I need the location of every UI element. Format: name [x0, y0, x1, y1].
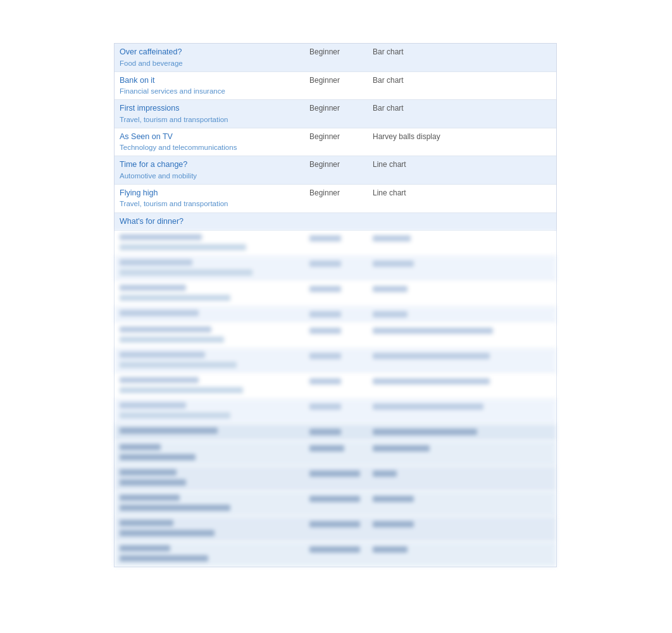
row-title-col [115, 517, 304, 541]
row-title-col: What's for dinner? [115, 213, 304, 231]
table-row[interactable]: First impressions Travel, tourism and tr… [115, 100, 556, 128]
row-title-col: Flying high Travel, tourism and transpor… [115, 185, 304, 212]
row-level-col [304, 213, 368, 231]
table-row-blurred [115, 256, 556, 281]
row-title-col: Bank on it Financial services and insura… [115, 72, 304, 100]
row-chart-col: Line chart [368, 156, 556, 184]
row-title-col [115, 542, 304, 567]
row-level: Beginner [309, 76, 340, 85]
row-level: Beginner [309, 104, 340, 113]
row-chart-col: Bar chart [368, 72, 556, 100]
table-row-blurred [115, 491, 556, 517]
row-level-col: Beginner [304, 44, 368, 71]
row-chart-col: Harvey balls display [368, 128, 556, 156]
row-chart: Harvey balls display [373, 132, 440, 141]
row-title-col: Over caffeinated? Food and beverage [115, 44, 304, 71]
row-main-title[interactable]: Bank on it [120, 75, 299, 87]
table-row-blurred [115, 424, 556, 441]
row-chart-col: Bar chart [368, 100, 556, 128]
table-row[interactable]: Over caffeinated? Food and beverage Begi… [115, 44, 556, 72]
row-main-title[interactable]: First impressions [120, 103, 299, 114]
row-chart: Bar chart [373, 104, 404, 113]
row-chart: Line chart [373, 188, 406, 197]
table-row-blurred [115, 542, 556, 567]
row-level-col: Beginner [304, 100, 368, 128]
row-level-col: Beginner [304, 156, 368, 184]
row-sub-title: Travel, tourism and transportation [120, 199, 299, 209]
table-row-blurred [115, 307, 556, 323]
table-row-blurred [115, 323, 556, 348]
table-row[interactable]: Time for a change? Automotive and mobili… [115, 156, 556, 185]
row-chart-col: Bar chart [368, 44, 556, 71]
row-level: Beginner [309, 47, 340, 56]
table-row[interactable]: As Seen on TV Technology and telecommuni… [115, 128, 556, 157]
table-row-blurred [115, 399, 556, 424]
row-sub-title: Technology and telecommunications [120, 142, 299, 152]
table-row-blurred [115, 374, 556, 399]
row-main-title[interactable]: As Seen on TV [120, 132, 299, 143]
row-level-col: Beginner [304, 128, 368, 156]
row-level-col: Beginner [304, 72, 368, 100]
table-row-blurred [115, 231, 556, 256]
row-main-title[interactable]: Time for a change? [120, 159, 299, 171]
table-row[interactable]: Flying high Travel, tourism and transpor… [115, 185, 556, 213]
row-level: Beginner [309, 188, 340, 197]
row-chart: Bar chart [373, 76, 404, 85]
row-title-col [115, 256, 304, 281]
row-sub-title: Financial services and insurance [120, 86, 299, 96]
table-row[interactable]: Bank on it Financial services and insura… [115, 72, 556, 101]
row-title-col: Time for a change? Automotive and mobili… [115, 156, 304, 184]
row-title-col [115, 348, 304, 373]
row-level: Beginner [309, 160, 340, 169]
row-main-title[interactable]: What's for dinner? [120, 216, 299, 228]
row-title-col [115, 374, 304, 398]
row-title-col [115, 307, 304, 323]
row-sub-title: Travel, tourism and transportation [120, 114, 299, 125]
row-title-col [115, 491, 304, 516]
row-title-col [115, 323, 304, 348]
page-container: Over caffeinated? Food and beverage Begi… [0, 0, 672, 633]
table-row[interactable]: What's for dinner? [115, 213, 556, 231]
table-row-blurred [115, 281, 556, 307]
row-sub-title: Automotive and mobility [120, 171, 299, 181]
row-title-col [115, 281, 304, 306]
content-table: Over caffeinated? Food and beverage Begi… [114, 43, 557, 567]
row-chart: Bar chart [373, 47, 404, 56]
table-row-blurred [115, 517, 556, 542]
table-row-blurred [115, 348, 556, 374]
row-title-col: First impressions Travel, tourism and tr… [115, 100, 304, 128]
row-title-col: As Seen on TV Technology and telecommuni… [115, 128, 304, 156]
row-title-col [115, 399, 304, 424]
row-title-col [115, 424, 304, 440]
table-row-blurred [115, 466, 556, 491]
row-chart-col [368, 213, 556, 231]
row-chart: Line chart [373, 160, 406, 169]
row-main-title[interactable]: Flying high [120, 188, 299, 199]
row-sub-title: Food and beverage [120, 58, 299, 68]
row-level: Beginner [309, 132, 340, 141]
row-chart-col: Line chart [368, 185, 556, 212]
row-title-col [115, 441, 304, 465]
row-main-title[interactable]: Over caffeinated? [120, 47, 299, 58]
row-title-col [115, 466, 304, 491]
row-title-col [115, 231, 304, 255]
row-level-col: Beginner [304, 185, 368, 212]
table-row-blurred [115, 441, 556, 466]
